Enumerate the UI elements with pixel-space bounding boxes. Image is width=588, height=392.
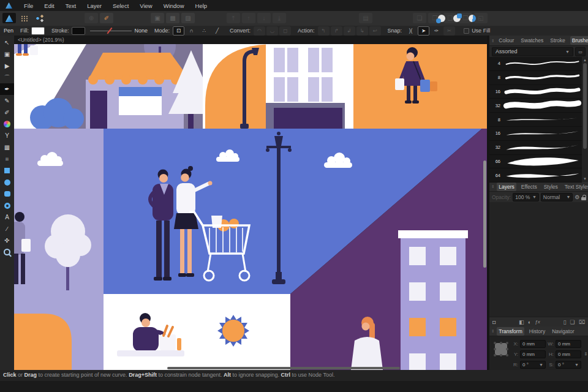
tab-navigator[interactable]: Navigator — [550, 327, 576, 336]
use-fill-checkbox[interactable] — [464, 28, 469, 34]
artboard-tool[interactable]: ▣ — [0, 48, 14, 60]
edit-in-photo-button[interactable]: ✐ — [100, 13, 113, 23]
rounded-rectangle-tool[interactable] — [0, 188, 14, 200]
move-backward-button[interactable]: ↓ — [257, 13, 271, 23]
stroke-width-value[interactable]: None — [135, 28, 148, 34]
rectangle-tool[interactable] — [0, 165, 14, 176]
w-field[interactable]: 0 mm — [556, 340, 581, 348]
panel-grip-icon[interactable]: ‖ — [492, 328, 494, 334]
show-selection-box-button[interactable]: ▣ — [151, 13, 164, 23]
view-tool[interactable]: ✜ — [0, 235, 14, 246]
r-select[interactable]: 0 °▼ — [520, 361, 546, 369]
brush-item[interactable]: 64 — [489, 168, 582, 183]
tab-effects[interactable]: Effects — [519, 183, 539, 191]
x-field[interactable]: 0 mm — [520, 340, 546, 348]
brush-item[interactable]: 32 — [489, 141, 582, 155]
zoom-tool[interactable] — [0, 246, 14, 258]
place-image-tool[interactable]: ▦ — [0, 141, 14, 153]
brush-category-dropdown[interactable]: Assorted ▼ — [492, 47, 573, 56]
pixel-snapping-button[interactable] — [466, 13, 479, 23]
snapping-toggle-button[interactable] — [435, 13, 448, 23]
lock-icon[interactable] — [581, 194, 586, 200]
join-curves-button[interactable]: ↳ — [356, 26, 368, 36]
delete-layer-icon[interactable]: ⌧ — [579, 319, 585, 325]
link-dimensions-icon[interactable]: ∞ — [584, 352, 588, 356]
snap-construction-button[interactable]: ✑ — [431, 26, 442, 36]
fill-gradient-tool[interactable] — [0, 118, 14, 130]
brush-options-button[interactable]: ▭ — [575, 47, 586, 56]
tab-text-styles[interactable]: Text Styles — [563, 183, 588, 191]
s-select[interactable]: 0 °▼ — [556, 361, 581, 369]
mask-layer-icon[interactable]: ◧ — [519, 319, 524, 325]
vector-crop-tool[interactable]: ⌗ — [0, 153, 14, 165]
menu-item-help[interactable]: Help — [190, 2, 213, 9]
fill-swatch[interactable] — [31, 27, 45, 35]
pen-tool[interactable]: ✒ — [0, 83, 14, 95]
brush-list-scrollbar[interactable]: ▲ ▼ — [582, 57, 588, 182]
anchor-point-selector[interactable] — [493, 341, 509, 357]
tab-colour[interactable]: Colour — [497, 36, 516, 45]
ellipse-tool[interactable] — [0, 176, 14, 188]
panel-grip-icon[interactable]: ‖ — [492, 38, 494, 43]
add-group-icon[interactable]: ❏ — [570, 319, 575, 325]
tab-layers[interactable]: Layers — [497, 183, 516, 191]
menu-item-layer[interactable]: Layer — [81, 2, 107, 9]
designer-persona-button[interactable] — [2, 13, 16, 23]
move-to-back-button[interactable]: ⤓ — [273, 13, 286, 23]
line-mode-button[interactable]: ╱ — [211, 26, 223, 36]
brush-item[interactable]: 16 — [489, 127, 582, 141]
layer-effects-icon[interactable]: ƒx — [535, 319, 540, 325]
brush-item[interactable]: 66 — [489, 155, 582, 169]
smooth-curve-button[interactable]: ↲ — [344, 26, 355, 36]
brush-item[interactable]: 32 — [489, 99, 582, 113]
menu-item-text[interactable]: Text — [60, 2, 81, 9]
canvas-vertical-scrollbar[interactable] — [483, 160, 486, 268]
scroll-down-icon[interactable]: ▼ — [583, 177, 587, 181]
convert-smart-button[interactable]: ◻ — [279, 26, 291, 36]
menu-item-view[interactable]: View — [134, 2, 157, 9]
reverse-curves-button[interactable]: ↩ — [369, 26, 381, 36]
node-tool[interactable]: ▶ — [0, 60, 14, 72]
brush-item[interactable]: 4 — [489, 57, 582, 71]
stroke-swatch[interactable] — [72, 27, 85, 35]
menu-item-file[interactable]: File — [18, 2, 39, 9]
close-curve-button[interactable]: ↱ — [331, 26, 342, 36]
menu-item-edit[interactable]: Edit — [39, 2, 59, 9]
move-to-front-button[interactable]: ⤒ — [227, 13, 240, 23]
sculpt-mode-button[interactable]: ✂ — [443, 26, 455, 36]
corner-tool[interactable]: ⌒ — [0, 72, 14, 83]
cycle-selection-box-button[interactable]: ▨ — [181, 13, 195, 23]
opacity-select[interactable]: 100 % ▼ — [513, 193, 539, 202]
tab-swatches[interactable]: Swatches — [519, 36, 545, 45]
pencil-tool[interactable]: ✎ — [0, 95, 14, 107]
menu-item-select[interactable]: Select — [107, 2, 134, 9]
transparency-tool[interactable]: Y — [0, 130, 14, 141]
adjustment-layer-icon[interactable]: ◐ — [528, 319, 531, 325]
pixel-persona-button[interactable] — [18, 13, 31, 23]
show-rotation-centre-button[interactable]: ▩ — [166, 13, 179, 23]
snap-off-curves-button[interactable]: ➤ — [418, 26, 429, 36]
brush-item[interactable]: 16 — [489, 85, 582, 99]
panel-grip-icon[interactable]: ‖ — [492, 184, 494, 189]
snap-to-curves-button[interactable]: )( — [405, 26, 417, 36]
blend-mode-select[interactable]: Normal ▼ — [541, 193, 573, 202]
gear-icon[interactable]: ⚙ — [575, 194, 579, 200]
stroke-width-slider[interactable] — [90, 27, 132, 35]
donut-tool[interactable] — [0, 200, 14, 211]
polygon-mode-button[interactable]: ∴ — [198, 26, 210, 36]
move-forward-button[interactable]: ↑ — [242, 13, 255, 23]
y-field[interactable]: 0 mm — [520, 350, 546, 358]
tab-history[interactable]: History — [527, 327, 547, 336]
canvas[interactable] — [14, 44, 487, 370]
snapping-candidates-button[interactable] — [450, 13, 464, 23]
insertion-order-button[interactable]: ▤ — [359, 13, 372, 23]
layers-list[interactable] — [489, 202, 588, 317]
colour-picker-tool[interactable]: ∕ — [0, 223, 14, 235]
scroll-thumb[interactable] — [583, 63, 587, 149]
image-place-button[interactable]: ⊕ — [85, 13, 98, 23]
menu-item-window[interactable]: Window — [158, 2, 190, 9]
canvas-horizontal-scrollbar[interactable] — [167, 367, 400, 369]
vector-brush-tool[interactable]: ✐ — [0, 107, 14, 118]
brush-item[interactable]: 8 — [489, 71, 582, 85]
boolean-add-button[interactable]: ❏ — [413, 13, 426, 23]
